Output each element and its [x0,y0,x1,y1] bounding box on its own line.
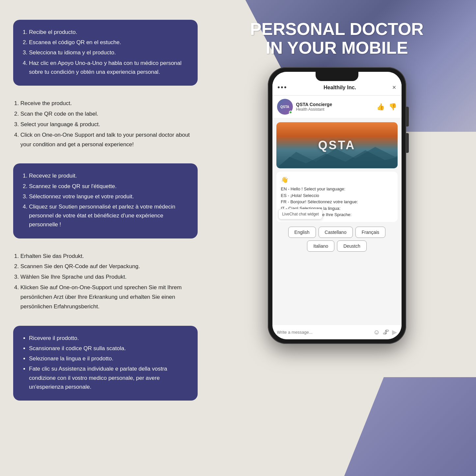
lang-btn-english[interactable]: English [288,227,316,238]
chat-line-1: EN - Hello ! Select your language: [281,186,393,192]
send-icon[interactable]: ▶ [392,328,397,336]
chat-input-bar: ☺ 🖇 ▶ [272,324,402,339]
english-item-4: Click on One-on-One Support and talk to … [20,130,198,150]
language-buttons: English Castellano Français Italiano Deu… [276,225,398,253]
chat-message-input[interactable] [277,330,371,335]
spanish-block: Recibe el producto. Escanea el código QR… [13,20,198,86]
agent-role: Health Assistant [296,107,373,112]
french-item-3: Sélectionnez votre langue et votre produ… [29,192,188,201]
thumbs-down-icon[interactable]: 👎 [389,103,397,111]
chat-line-2: ES - ¡Hola! Seleccio [281,193,319,198]
german-item-3: Wählen Sie Ihre Sprache und das Produkt. [20,272,198,282]
right-column: PERSONAL DOCTOR IN YOUR MOBILE ••• Healt… [211,13,463,463]
chat-header-title: Healthily Inc. [323,85,356,91]
italian-item-1: Ricevere il prodotto. [29,334,188,343]
french-item-1: Recevez le produit. [29,171,188,180]
italian-item-4: Fate clic su Assistenza individuale e pa… [29,364,188,391]
english-block: Receive the product. Scan the QR code on… [13,96,198,154]
qsta-image-card: QSTA [276,122,398,168]
english-item-2: Scan the QR code on the label. [20,109,198,119]
lang-btn-castellano[interactable]: Castellano [319,227,353,238]
chat-line-2-wrapper: ES - ¡Hola! Seleccio LiveChat chat widge… [281,192,319,199]
chat-message: 👋 EN - Hello ! Select your language: ES … [276,172,398,222]
german-block: Erhalten Sie das Produkt. Scannen Sie de… [13,248,198,316]
online-indicator [289,111,292,114]
italian-block: Ricevere il prodotto. Scansionare il cod… [13,326,198,401]
lang-btn-francais[interactable]: Français [355,227,386,238]
lang-btn-deustch[interactable]: Deustch [337,240,366,252]
spanish-item-4: Haz clic en Apoyo Uno-a-Uno y habla con … [29,59,188,76]
english-item-1: Receive the product. [20,99,198,108]
left-column: Recibe el producto. Escanea el código QR… [13,13,198,463]
title-line2: IN YOUR MOBILE [266,38,408,57]
thumbs-up-icon[interactable]: 👍 [377,103,385,111]
chat-header-dots: ••• [278,84,288,91]
spanish-item-2: Escanea el código QR en el estuche. [29,38,188,47]
phone-notch [316,72,358,81]
german-item-1: Erhalten Sie das Produkt. [20,252,198,261]
chat-line-3: FR - Bonjour! Sélectionnez votre langue: [281,199,393,205]
agent-bar: QSTA QSTA Concierge Health Assistant 👍 👎 [272,96,402,118]
wave-emoji: 👋 [281,176,393,184]
italian-item-3: Selezionare la lingua e il prodotto. [29,354,188,363]
title-line1: PERSONAL DOCTOR [250,19,424,39]
italian-item-2: Scansionare il codice QR sulla scatola. [29,344,188,353]
agent-name: QSTA Concierge [296,102,373,107]
mountains-svg [276,145,398,168]
emoji-icon[interactable]: ☺ [373,328,380,336]
french-block: Recevez le produit. Scannez le code QR s… [13,163,198,238]
avatar: QSTA [277,99,293,115]
attach-icon[interactable]: 🖇 [383,328,389,336]
phone-mockup: ••• Healthily Inc. × QSTA QSTA Concierge… [268,67,406,344]
phone-outer: ••• Healthily Inc. × QSTA QSTA Concierge… [268,67,406,344]
avatar-text: QSTA [280,105,289,109]
german-item-4: Klicken Sie auf One-on-One-Support und s… [20,283,198,312]
phone-screen: ••• Healthily Inc. × QSTA QSTA Concierge… [272,72,402,339]
spanish-item-1: Recibe el producto. [29,28,188,37]
livechat-tooltip: LiveChat chat widget [278,209,322,219]
german-item-2: Scannen Sie den QR-Code auf der Verpacku… [20,262,198,271]
page-title: PERSONAL DOCTOR IN YOUR MOBILE [250,20,424,57]
agent-actions: 👍 👎 [377,103,397,111]
agent-info: QSTA Concierge Health Assistant [296,102,373,112]
content-wrapper: Recibe el producto. Escanea el código QR… [0,0,476,476]
french-item-2: Scannez le code QR sur l'étiquette. [29,182,188,191]
english-item-3: Select your language & product. [20,120,198,129]
phone-side-button-top [406,107,409,126]
chat-input-icons: ☺ 🖇 ▶ [373,328,397,336]
chat-body: QSTA 👋 EN - Hello ! Select your language… [272,118,402,324]
lang-btn-italiano[interactable]: Italiano [307,240,334,252]
spanish-item-3: Selecciona tu idioma y el producto. [29,48,188,57]
phone-side-button-mid [406,133,409,153]
french-item-4: Cliquez sur Soutien personnalisé et parl… [29,202,188,229]
close-icon[interactable]: × [392,84,396,91]
